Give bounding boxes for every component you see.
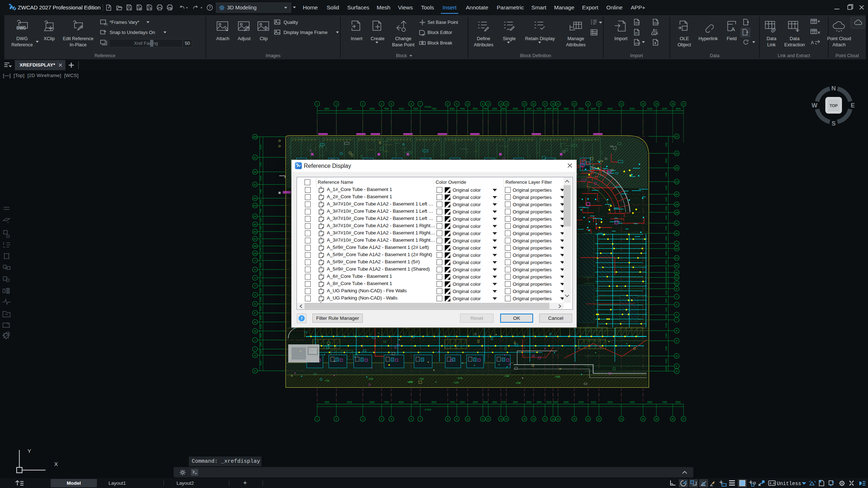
svg-text:AL: AL xyxy=(254,156,256,159)
svg-text:8300: 8300 xyxy=(665,243,667,249)
svg-text:27: 27 xyxy=(682,103,685,105)
svg-text:01: 01 xyxy=(594,32,597,35)
svg-text:20: 20 xyxy=(573,103,576,105)
svg-text:11: 11 xyxy=(482,103,484,105)
svg-text:25: 25 xyxy=(655,418,658,420)
svg-text:ACIS: ACIS xyxy=(653,33,658,35)
svg-text:V: V xyxy=(254,277,256,279)
svg-text:AD: AD xyxy=(675,276,678,279)
svg-text:K: K xyxy=(676,365,678,368)
svg-text:7400: 7400 xyxy=(460,107,465,110)
svg-text:~751: ~751 xyxy=(324,379,330,382)
svg-text:5300: 5300 xyxy=(370,401,375,403)
svg-text:E: E xyxy=(851,102,855,109)
svg-text:5850: 5850 xyxy=(665,251,667,256)
svg-text:8300: 8300 xyxy=(553,401,558,403)
svg-text:7400: 7400 xyxy=(260,349,262,355)
svg-text:4700: 4700 xyxy=(501,401,506,403)
svg-text:AQ: AQ xyxy=(675,181,678,183)
svg-text:J: J xyxy=(254,348,255,351)
svg-text:3900: 3900 xyxy=(665,307,667,312)
svg-text:AG: AG xyxy=(675,257,678,259)
svg-text:IFC: IFC xyxy=(635,32,639,34)
svg-text:6: 6 xyxy=(410,418,412,420)
svg-text:7400: 7400 xyxy=(450,401,455,403)
svg-text:M: M xyxy=(254,330,256,332)
svg-text:8050: 8050 xyxy=(483,401,488,403)
svg-text:24: 24 xyxy=(642,418,644,420)
svg-text:8300: 8300 xyxy=(553,107,558,110)
svg-text:3800: 3800 xyxy=(546,107,552,110)
svg-text:1: 1 xyxy=(316,103,318,105)
svg-text:8300: 8300 xyxy=(399,401,404,403)
svg-text:2600: 2600 xyxy=(260,225,262,230)
svg-text:15: 15 xyxy=(523,103,526,105)
svg-text:AC: AC xyxy=(675,282,678,285)
svg-text:2600: 2600 xyxy=(473,401,478,403)
svg-text:23: 23 xyxy=(620,103,623,105)
svg-text:~667: ~667 xyxy=(408,381,413,383)
svg-text:N: N xyxy=(254,321,256,323)
svg-text:S: S xyxy=(831,120,835,127)
svg-text:24: 24 xyxy=(642,103,644,105)
svg-text:97900: 97900 xyxy=(425,106,431,108)
svg-text:AP: AP xyxy=(675,193,678,196)
svg-text:5300: 5300 xyxy=(413,107,418,110)
svg-text:1650: 1650 xyxy=(665,215,667,220)
svg-text:7600: 7600 xyxy=(260,162,262,167)
svg-text:8300: 8300 xyxy=(665,267,667,272)
svg-text:7: 7 xyxy=(420,418,421,420)
svg-text:16: 16 xyxy=(532,418,535,420)
svg-text:7600: 7600 xyxy=(324,401,329,403)
svg-text:STEP: STEP xyxy=(635,42,641,44)
svg-text:AM: AM xyxy=(253,136,257,138)
svg-text:AF: AF xyxy=(675,265,678,267)
svg-text:Y: Y xyxy=(27,448,31,454)
svg-text:13: 13 xyxy=(499,418,502,420)
svg-text:A: A xyxy=(811,40,814,45)
svg-text:22: 22 xyxy=(597,418,600,420)
svg-text:A: A xyxy=(731,26,735,32)
svg-text:8300: 8300 xyxy=(450,107,455,110)
svg-text:3300: 3300 xyxy=(260,218,262,223)
svg-text:AG: AG xyxy=(253,204,256,207)
svg-text:4700: 4700 xyxy=(260,247,262,252)
svg-text:97900: 97900 xyxy=(425,408,431,411)
svg-text:17: 17 xyxy=(544,418,546,420)
svg-text:~146: ~146 xyxy=(503,375,509,377)
svg-text:M: M xyxy=(676,288,677,290)
svg-text:AJ: AJ xyxy=(675,242,678,245)
svg-text:6300: 6300 xyxy=(665,346,667,351)
svg-text:5850: 5850 xyxy=(537,401,542,403)
svg-text:4000: 4000 xyxy=(676,107,681,110)
svg-text:X: X xyxy=(254,268,256,271)
svg-text:8300: 8300 xyxy=(665,278,667,283)
svg-text:V: V xyxy=(676,314,678,316)
svg-text:7400: 7400 xyxy=(260,189,262,194)
svg-text:17: 17 xyxy=(544,103,546,105)
svg-text:7400: 7400 xyxy=(413,401,418,403)
svg-text:AF: AF xyxy=(254,215,256,218)
svg-text:27: 27 xyxy=(682,418,685,420)
svg-text:AE: AE xyxy=(254,223,257,226)
svg-text:3300: 3300 xyxy=(460,401,465,403)
svg-text:26: 26 xyxy=(671,418,674,420)
svg-text:9500: 9500 xyxy=(431,401,437,403)
svg-text:14: 14 xyxy=(505,103,508,105)
svg-text:2: 2 xyxy=(336,103,337,105)
svg-text:?: ? xyxy=(209,5,211,10)
svg-text:AS: AS xyxy=(675,152,678,155)
svg-text:4000: 4000 xyxy=(665,298,667,303)
svg-text:4000: 4000 xyxy=(260,333,262,338)
svg-text:3: 3 xyxy=(362,418,363,420)
svg-text:AA: AA xyxy=(254,252,257,255)
svg-text:8300: 8300 xyxy=(579,107,584,110)
svg-text:8050: 8050 xyxy=(513,107,518,110)
svg-text:X: X xyxy=(676,304,678,306)
svg-text:5850: 5850 xyxy=(563,107,569,110)
svg-text:5300: 5300 xyxy=(260,144,262,149)
svg-text:PDF: PDF xyxy=(635,22,640,24)
svg-text:5850: 5850 xyxy=(260,271,262,276)
svg-text:6: 6 xyxy=(410,103,412,105)
svg-text:2: 2 xyxy=(336,418,337,420)
